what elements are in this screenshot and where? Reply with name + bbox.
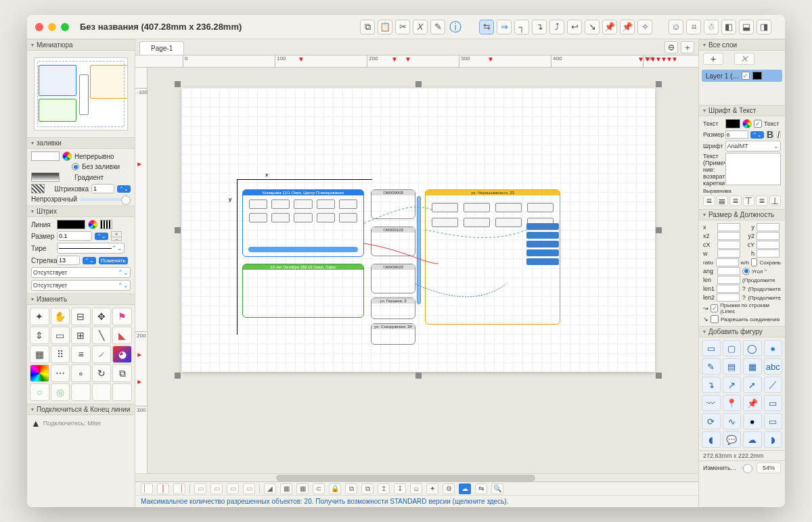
connect-header[interactable]: Подключиться & Конец линии: [27, 404, 135, 415]
layer-row-1[interactable]: Layer 1 (…: [702, 70, 782, 82]
oval-dot-icon[interactable]: ∘: [71, 364, 91, 382]
dots-icon[interactable]: ⠿: [51, 346, 70, 363]
shape-ellipse-icon[interactable]: ◯: [743, 340, 762, 356]
sb-group1-icon[interactable]: ⧉: [345, 483, 357, 494]
layout-right-icon[interactable]: ◨: [757, 20, 771, 34]
shape-black-circle-icon[interactable]: ●: [743, 413, 762, 429]
sb-dist-h1-icon[interactable]: ▭: [194, 483, 206, 494]
line-color-picker-icon[interactable]: [88, 220, 97, 229]
modify-header[interactable]: Изменить: [27, 293, 135, 305]
angle-unit-radio[interactable]: [742, 268, 750, 275]
ratio-input[interactable]: [716, 258, 739, 266]
vertical-ruler[interactable]: -100 ▼ 200 ▼ ▼ 300: [135, 68, 148, 473]
shape-circle-fill-icon[interactable]: ●: [764, 340, 783, 356]
message-bar[interactable]: Максимальное количество разрешенных объе…: [135, 495, 698, 507]
keep-ratio-checkbox[interactable]: [751, 258, 757, 266]
resize-handle-s[interactable]: [415, 373, 422, 379]
connector-curve-icon[interactable]: ⤴: [549, 20, 564, 34]
sb-align-c-icon[interactable]: ┃: [157, 483, 169, 494]
diag1-icon[interactable]: ╲: [92, 327, 112, 344]
sb-dist-h2-icon[interactable]: ▭: [210, 483, 223, 494]
layers-header[interactable]: Все слои: [699, 39, 785, 51]
shape-speech1-icon[interactable]: ▭: [764, 413, 783, 429]
oval-row-icon[interactable]: ⋯: [51, 364, 70, 382]
swap-button[interactable]: Поменять: [99, 257, 128, 264]
sb-lock-icon[interactable]: 🔒: [329, 483, 341, 494]
connector-right-icon[interactable]: ↘: [585, 20, 600, 34]
square-sel-icon[interactable]: ▭: [51, 327, 70, 344]
align-right-icon[interactable]: ≡: [729, 195, 742, 206]
h-input[interactable]: [757, 250, 780, 258]
shape-callout1-icon[interactable]: ▭: [764, 395, 783, 411]
slash-icon[interactable]: ⟋: [92, 346, 112, 363]
shape-pin1-icon[interactable]: 📍: [723, 395, 742, 411]
hatch-value-input[interactable]: [91, 184, 114, 193]
move-icon[interactable]: ✥: [92, 308, 112, 325]
flag-icon[interactable]: ⚑: [112, 308, 132, 325]
sb-order1-icon[interactable]: ↥: [378, 483, 390, 494]
canvas-stage[interactable]: y x Комарова 11/1 Омск, Центр Планирован…: [148, 68, 698, 473]
align-left-icon[interactable]: ≡: [703, 195, 715, 206]
shape-text-icon[interactable]: abc: [764, 358, 783, 375]
guide-marker-icon[interactable]: ▼: [671, 55, 678, 63]
resize-handle-sw[interactable]: [175, 373, 181, 379]
pin-green-icon[interactable]: 📌: [620, 20, 635, 34]
len2-input[interactable]: [717, 293, 740, 302]
circle-2-icon[interactable]: ◎: [51, 383, 70, 401]
circle-1-icon[interactable]: ○: [30, 383, 49, 401]
gradient-swatch[interactable]: [31, 172, 60, 182]
len1-input[interactable]: [717, 285, 740, 293]
sparkle-icon[interactable]: ✧: [637, 20, 652, 34]
pin-blue-icon[interactable]: 📌: [602, 20, 617, 34]
sb-dist-h4-icon[interactable]: ▭: [243, 483, 255, 494]
sb-order2-icon[interactable]: ↧: [394, 483, 406, 494]
zoom-window-button[interactable]: [61, 23, 69, 31]
cut-icon[interactable]: ✂: [395, 20, 410, 34]
cx-input[interactable]: [717, 241, 740, 249]
shape-dup-icon[interactable]: ⧉: [112, 364, 132, 382]
guide-marker-icon[interactable]: ▼: [391, 55, 398, 63]
delete-layer-button[interactable]: ✕: [734, 53, 754, 65]
guide-marker-icon[interactable]: ▼: [405, 55, 411, 63]
guide-marker-v-icon[interactable]: ▼: [135, 352, 143, 358]
fill-color-picker-icon[interactable]: [62, 151, 72, 161]
line-start-select[interactable]: Отсутствует⌃⌄: [31, 267, 131, 278]
hatch-swatch[interactable]: [31, 184, 45, 193]
align-horiz-icon[interactable]: ⊟: [71, 308, 91, 325]
empty-3-icon[interactable]: [112, 383, 132, 401]
shape-wave-icon[interactable]: ∿: [723, 413, 742, 429]
hand-icon[interactable]: ✋: [51, 308, 70, 325]
add-layer-button[interactable]: +: [703, 53, 723, 65]
sb-robot-icon[interactable]: ⚙: [443, 483, 455, 494]
shape-roundrect-icon[interactable]: ▢: [723, 340, 742, 356]
layout-bottom-icon[interactable]: ⬓: [739, 20, 754, 34]
no-fill-radio[interactable]: [72, 163, 79, 170]
x-input[interactable]: [717, 223, 740, 231]
resize-handle-ne[interactable]: [656, 81, 662, 87]
wand-icon[interactable]: ✦: [30, 308, 49, 325]
sb-cloud-icon[interactable]: ☁: [459, 483, 471, 494]
ang-input[interactable]: [717, 267, 740, 275]
align-top-icon[interactable]: ⊤: [743, 195, 755, 206]
shape-conn-step-icon[interactable]: ↴: [702, 377, 721, 393]
arrow-stepper-icon[interactable]: ⌃⌄: [83, 257, 96, 264]
zoom-out-icon[interactable]: ⊖: [664, 41, 678, 53]
line-end-select[interactable]: Отсутствует⌃⌄: [31, 280, 131, 291]
italic-icon[interactable]: I: [776, 130, 781, 139]
sb-smiley-icon[interactable]: ☺: [410, 483, 422, 494]
arrow-tool-2-icon[interactable]: ⇒: [497, 20, 512, 34]
bold-icon[interactable]: B: [766, 130, 774, 139]
text-visible-checkbox[interactable]: [754, 120, 762, 128]
dash-select[interactable]: ⌃⌄: [57, 243, 125, 254]
shape-speech3-icon[interactable]: 💬: [723, 431, 742, 448]
line-pattern-swatch[interactable]: [100, 220, 112, 229]
text-color-picker-icon[interactable]: [742, 119, 752, 128]
shape-bezier-icon[interactable]: ✎: [702, 358, 721, 375]
resize-handle-nw[interactable]: [175, 81, 181, 87]
shape-line3-icon[interactable]: ／: [764, 377, 783, 393]
shape-line1-icon[interactable]: ↗: [723, 377, 742, 393]
y-input[interactable]: [757, 223, 780, 231]
w-input[interactable]: [717, 250, 740, 258]
oval-arrow-icon[interactable]: ↻: [92, 364, 112, 382]
sb-group2-icon[interactable]: ⧉: [361, 483, 374, 494]
